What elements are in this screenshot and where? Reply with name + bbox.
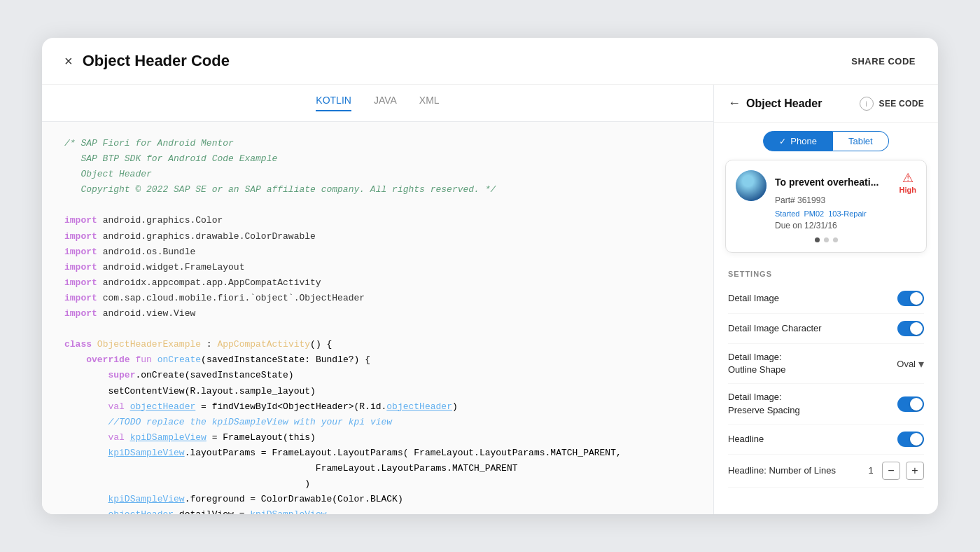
tag-pm02[interactable]: PM02 [804,209,824,218]
header-left: × Object Header Code [64,52,230,70]
code-content: /* SAP Fiori for Android Mentor SAP BTP … [42,122,713,514]
phone-label: Phone [790,136,817,146]
toggle-knob-3 [910,398,923,410]
tag-repair[interactable]: 103-Repair [828,209,866,218]
tab-kotlin[interactable]: KOTLIN [316,95,351,111]
setting-detail-image-character-label: Detail Image Character [728,322,822,335]
setting-headline-lines: Headline: Number of Lines 1 − + [728,455,924,488]
stepper-plus-button[interactable]: + [906,462,924,480]
stepper-minus-button[interactable]: − [882,462,900,480]
preview-title: To prevent overheati... [775,177,878,188]
dot-3[interactable] [833,237,838,242]
code-block: /* SAP Fiori for Android Mentor SAP BTP … [64,136,691,514]
setting-detail-image-character: Detail Image Character [728,314,924,344]
card-header: × Object Header Code SHARE CODE [42,38,938,85]
setting-headline: Headline [728,425,924,455]
preview-due: Due on 12/31/16 [775,221,916,230]
info-icon[interactable]: i [860,97,874,111]
settings-title: SETTINGS [728,261,924,284]
setting-outline-shape: Detail Image:Outline Shape Oval ▾ [728,344,924,384]
close-button[interactable]: × [64,54,73,68]
setting-detail-image-label: Detail Image [728,292,779,305]
dot-2[interactable] [824,237,829,242]
headline-toggle[interactable] [897,432,924,447]
toggle-knob-4 [910,433,923,446]
card-title: Object Header Code [83,52,230,70]
setting-detail-image: Detail Image [728,284,924,314]
main-card: × Object Header Code SHARE CODE KOTLIN J… [42,38,938,514]
toggle-knob [910,292,923,305]
tablet-toggle[interactable]: Tablet [833,131,889,151]
preview-title-row: To prevent overheati... ⚠ High [775,170,916,194]
preview-area: To prevent overheati... ⚠ High Part# 361… [714,160,938,261]
tag-started[interactable]: Started [775,209,799,218]
tab-java[interactable]: JAVA [374,95,397,111]
phone-toggle[interactable]: ✓ Phone [763,131,833,151]
tab-xml[interactable]: XML [419,95,440,111]
preview-card: To prevent overheati... ⚠ High Part# 361… [725,160,927,253]
preview-thumbnail [736,170,766,201]
setting-preserve-spacing: Detail Image:Preserve Spacing [728,384,924,424]
back-button[interactable]: ← [728,96,741,111]
detail-image-toggle[interactable] [897,291,924,306]
share-code-button[interactable]: SHARE CODE [851,56,916,67]
object-header-bar: ← Object Header i SEE CODE [714,85,938,123]
right-panel: ← Object Header i SEE CODE ✓ Phone Table… [714,85,938,514]
thumb-image [736,170,766,201]
stepper-value: 1 [865,465,876,476]
preserve-spacing-toggle[interactable] [897,396,924,412]
setting-headline-lines-label: Headline: Number of Lines [728,464,836,477]
preview-tags: Started PM02 103-Repair [775,209,916,218]
toggle-knob-2 [910,322,923,335]
preview-content: To prevent overheati... ⚠ High Part# 361… [775,170,916,230]
code-panel: KOTLIN JAVA XML /* SAP Fiori for Android… [42,85,714,514]
tablet-label: Tablet [848,136,873,146]
preview-part: Part# 361993 [775,195,916,205]
detail-image-character-toggle[interactable] [897,321,924,336]
check-icon: ✓ [779,137,786,146]
severity-badge: ⚠ High [899,170,916,194]
warning-icon: ⚠ [902,170,913,186]
dot-1[interactable] [815,237,820,242]
setting-headline-label: Headline [728,433,764,446]
carousel-dots [736,237,916,242]
card-body: KOTLIN JAVA XML /* SAP Fiori for Android… [42,85,938,514]
preview-row: To prevent overheati... ⚠ High Part# 361… [736,170,916,230]
outline-shape-dropdown[interactable]: Oval ▾ [897,357,924,371]
device-toggle: ✓ Phone Tablet [714,123,938,160]
see-code-button[interactable]: SEE CODE [879,99,924,109]
object-header-title: Object Header [746,97,854,110]
high-label: High [899,186,916,194]
dropdown-arrow-icon: ▾ [918,357,924,371]
setting-preserve-spacing-label: Detail Image:Preserve Spacing [728,391,800,416]
tab-bar: KOTLIN JAVA XML [42,85,713,122]
settings-section: SETTINGS Detail Image Detail Image Chara… [714,261,938,514]
setting-outline-shape-label: Detail Image:Outline Shape [728,351,785,376]
outline-shape-value: Oval [897,359,916,369]
headline-lines-stepper: 1 − + [865,462,924,480]
